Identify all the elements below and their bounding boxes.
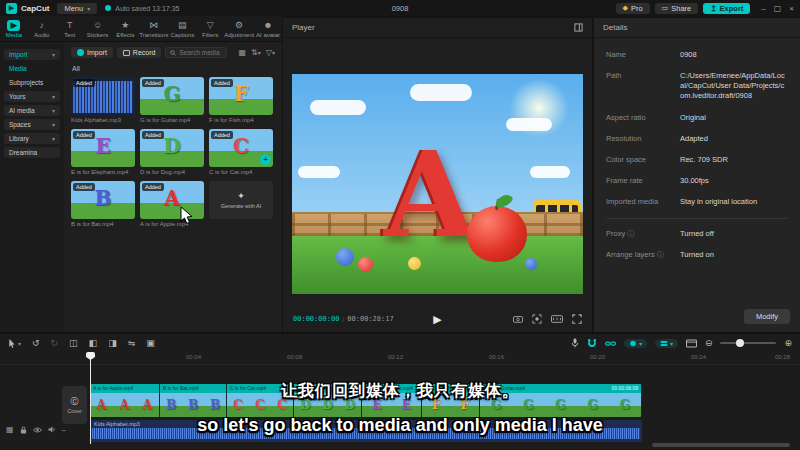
- modify-button[interactable]: Modify: [744, 309, 790, 324]
- autosave-status: Auto saved 13:17:35: [105, 5, 179, 12]
- detail-row-aspect-ratio: Aspect ratioOriginal: [606, 113, 788, 123]
- filter-icon[interactable]: ▽▾: [266, 48, 275, 57]
- ball-graphic: [408, 257, 421, 270]
- sidebar-item-spaces[interactable]: Spaces▾: [4, 119, 60, 130]
- track-headers: ▦ – ∿ –: [0, 365, 58, 450]
- menu-label: Menu: [64, 4, 83, 13]
- subtitle-chinese: 让我们回到媒体，我只有媒体。: [0, 381, 800, 402]
- sidebar-item-library[interactable]: Library▾: [4, 133, 60, 144]
- close-button[interactable]: ×: [789, 4, 794, 13]
- tab-stickers[interactable]: ☺Stickers: [84, 20, 112, 38]
- added-badge: Added: [73, 79, 95, 87]
- tab-audio[interactable]: ♪Audio: [28, 20, 56, 38]
- generate-with-ai-card[interactable]: ✦ Generate with AI: [209, 181, 273, 227]
- fullscreen-icon[interactable]: [572, 314, 582, 324]
- search-box[interactable]: [165, 47, 227, 58]
- voiceover-mic-icon[interactable]: [571, 338, 579, 348]
- tab-adjustment[interactable]: ⚙Adjustment: [224, 20, 254, 38]
- added-badge: Added: [142, 79, 164, 87]
- mirror-button[interactable]: ⇋: [128, 338, 136, 348]
- import-button[interactable]: Import: [71, 47, 113, 58]
- sidebar-item-subprojects[interactable]: Subprojects: [4, 77, 60, 88]
- tab-captions[interactable]: ▤Captions: [168, 20, 196, 38]
- pro-label: Pro: [631, 4, 643, 13]
- video-preview[interactable]: A: [292, 74, 583, 294]
- sidebar-item-dreamina[interactable]: Dreamina: [4, 147, 60, 158]
- panel-expand-icon[interactable]: [574, 23, 583, 32]
- preview-axis-toggle[interactable]: ▾: [624, 339, 647, 348]
- sidebar-item-ai-media[interactable]: AI media▾: [4, 105, 60, 116]
- redo-button[interactable]: ↻: [51, 338, 59, 348]
- tab-text[interactable]: TText: [56, 20, 84, 38]
- sidebar-item-import[interactable]: Import▾: [4, 49, 60, 60]
- add-to-timeline-button[interactable]: +: [260, 154, 271, 165]
- media-card-d-dog[interactable]: DAdded D is for Dog.mp4: [140, 129, 204, 175]
- sidebar-item-yours[interactable]: Yours▾: [4, 91, 60, 102]
- minimize-button[interactable]: –: [761, 4, 765, 13]
- detail-row-arrange-layers: Arrange layersⓘTurned on: [606, 250, 788, 260]
- media-card-e-elephant[interactable]: EAdded E is for Elephant.mp4: [71, 129, 135, 175]
- search-icon: [170, 50, 176, 56]
- media-card-f-fish[interactable]: FAdded F is for Fish.mp4: [209, 77, 273, 123]
- info-icon: ⓘ: [657, 251, 664, 258]
- player-controls: 00:00:00:00 / 00:00:28:17 ▶: [283, 306, 592, 332]
- media-card-c-cat[interactable]: CAdded+ C is for Cat.mp4: [209, 129, 273, 175]
- media-card-b-bat[interactable]: BAdded B is for Bat.mp4: [71, 181, 135, 227]
- letter-a-graphic: A: [384, 136, 476, 254]
- tab-transitions[interactable]: ⋈Transitions: [139, 20, 168, 38]
- undo-button[interactable]: ↺: [32, 338, 40, 348]
- cloud-graphic: [310, 100, 366, 115]
- ratio-icon[interactable]: [551, 315, 563, 323]
- horizontal-scrollbar[interactable]: [652, 443, 790, 447]
- media-panel: Import Record ▦ ⇅▾ ▽▾ All Added Kids Alp…: [64, 42, 282, 332]
- cloud-graphic: [410, 84, 472, 101]
- export-button[interactable]: ↥ Export: [703, 3, 750, 14]
- timeline-ruler[interactable]: 00:04 00:08 00:12 00:16 00:20 00:24 00:2…: [0, 352, 800, 365]
- menu-button[interactable]: Menu ▾: [57, 3, 97, 14]
- filters-icon: ▽: [204, 20, 217, 31]
- timeline-zoom-slider[interactable]: [720, 342, 776, 344]
- share-button[interactable]: ▭ Share: [655, 3, 699, 14]
- delete-right-button[interactable]: ◨: [108, 338, 117, 348]
- sidebar-item-media[interactable]: Media: [4, 63, 60, 74]
- player-title: Player: [292, 23, 315, 32]
- tab-media[interactable]: ▶Media: [0, 20, 28, 38]
- maximize-button[interactable]: ▢: [774, 4, 782, 13]
- preview-quality-icon[interactable]: [532, 314, 542, 324]
- split-button[interactable]: ◫: [69, 338, 78, 348]
- zoom-in-button[interactable]: ⊕: [784, 338, 792, 348]
- media-card-kids-alphabet[interactable]: Added Kids Alphabet.mp3: [71, 77, 135, 123]
- media-card-g-guitar[interactable]: GAdded G is for Guitar.mp4: [140, 77, 204, 123]
- upload-icon: ↥: [710, 4, 716, 13]
- search-input[interactable]: [179, 49, 223, 56]
- zoom-out-button[interactable]: ⊖: [705, 338, 713, 348]
- timeline-preview-icon[interactable]: [686, 339, 697, 348]
- auto-link-icon[interactable]: [605, 339, 616, 348]
- tab-filters[interactable]: ▽Filters: [196, 20, 224, 38]
- detail-row-frame-rate: Frame rate30.00fps: [606, 176, 788, 186]
- titlebar: ▶ CapCut Menu ▾ Auto saved 13:17:35 0908…: [0, 0, 800, 16]
- chevron-down-icon: ▾: [52, 93, 55, 100]
- track-height-toggle[interactable]: ▾: [655, 339, 678, 348]
- play-button[interactable]: ▶: [433, 313, 441, 326]
- filter-all-label[interactable]: All: [72, 65, 275, 72]
- snap-magnet-icon[interactable]: [587, 338, 597, 348]
- media-card-a-apple[interactable]: AAdded A is for Apple.mp4: [140, 181, 204, 227]
- sparkle-icon: ✦: [237, 191, 245, 201]
- delete-left-button[interactable]: ◧: [89, 338, 98, 348]
- select-tool-button[interactable]: ▾: [8, 339, 21, 348]
- pro-button[interactable]: ◆ Pro: [616, 3, 650, 14]
- slider-knob[interactable]: [736, 339, 744, 347]
- mouse-cursor: [180, 206, 194, 226]
- sort-icon[interactable]: ⇅▾: [251, 48, 261, 57]
- layout-grid-icon[interactable]: ▦: [239, 48, 247, 57]
- tab-effects[interactable]: ★Effects: [111, 20, 139, 38]
- chevron-down-icon: ▾: [87, 5, 90, 12]
- transitions-icon: ⋈: [147, 20, 160, 31]
- crop-button[interactable]: ▣: [146, 338, 155, 348]
- detail-row-name: Name0908: [606, 50, 788, 60]
- record-button[interactable]: Record: [117, 47, 162, 58]
- tab-ai-avatar[interactable]: ☻AI avatar: [254, 20, 282, 38]
- adjustment-icon: ⚙: [233, 20, 246, 31]
- snapshot-icon[interactable]: [513, 315, 523, 323]
